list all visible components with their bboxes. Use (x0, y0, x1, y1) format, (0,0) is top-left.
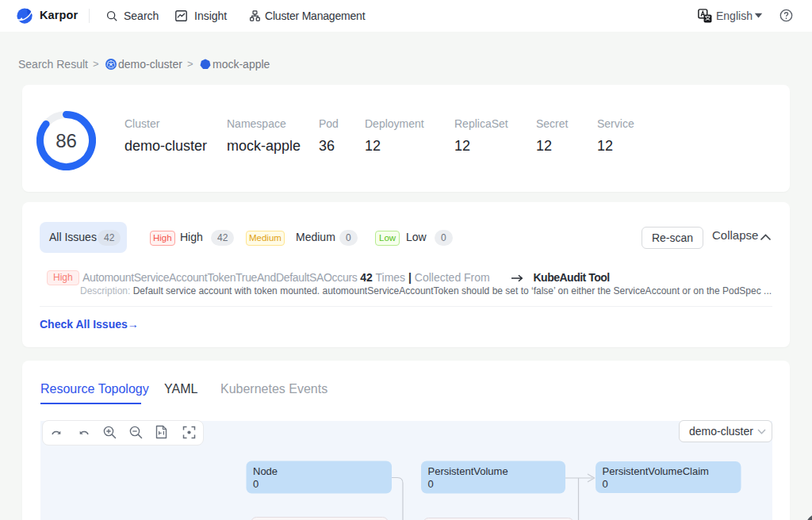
svg-text:0: 0 (253, 478, 259, 490)
svg-text:0: 0 (603, 478, 608, 490)
svg-text:PersistentVolumeClaim: PersistentVolumeClaim (603, 465, 709, 477)
svg-text:PersistentVolume: PersistentVolume (428, 465, 508, 477)
svg-text:86: 86 (56, 130, 77, 151)
svg-text:0: 0 (428, 478, 434, 490)
svg-text:Node: Node (253, 465, 278, 477)
